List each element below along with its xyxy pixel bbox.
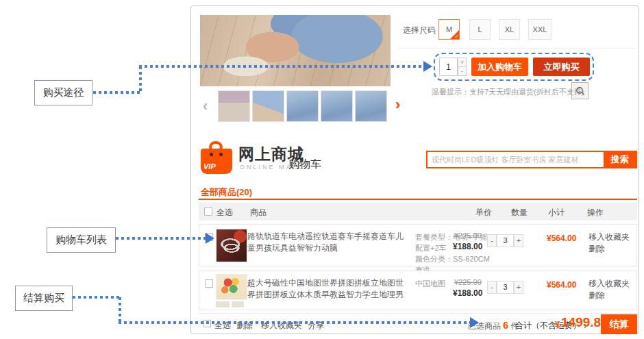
annotation-connector: [139, 66, 142, 94]
product-title[interactable]: 超大号磁性中国地图世界拼图拼板立地图世界拼图拼板立体木质早教益智力学生地理男: [247, 277, 410, 301]
header-quantity: 数量: [511, 207, 528, 218]
section-divider: [399, 48, 634, 49]
size-selector-label: 选择尺码：: [403, 25, 444, 36]
cart-table-header: 全选 商品 单价 数量 小计 操作: [199, 203, 637, 221]
return-policy-tip: 温馨提示：支持7天无理由退货(拆封后不支持): [432, 87, 584, 97]
row-qty-value[interactable]: 3: [497, 234, 514, 247]
original-price: ¥225.00: [454, 278, 482, 286]
header-unit-price: 单价: [475, 207, 492, 218]
bag-dot-icon: [219, 153, 223, 156]
annotation-purchase-path: 购买途径: [34, 80, 92, 105]
row-qty-increase-button[interactable]: +: [514, 234, 523, 247]
mall-logo-icon: VIP: [201, 141, 233, 174]
annotation-arrowhead: [206, 233, 214, 244]
header-select-all: 全选: [216, 207, 233, 218]
annotation-checkout-purchase: 结算购买: [15, 286, 73, 311]
delete-link[interactable]: 删除: [589, 243, 605, 255]
header-product: 商品: [250, 207, 267, 218]
quantity-increase-button[interactable]: +: [458, 58, 467, 67]
section-underline: [199, 199, 637, 200]
search-input[interactable]: [428, 152, 604, 167]
checkout-button[interactable]: 结算: [601, 314, 637, 334]
row-qty-decrease-button[interactable]: -: [487, 234, 497, 247]
search-bar: 搜索: [426, 151, 637, 168]
product-thumbnail[interactable]: [355, 90, 387, 122]
size-option-m[interactable]: M ✓: [438, 19, 460, 40]
current-price: ¥188.00: [453, 242, 482, 251]
product-title[interactable]: 路轨轨道车电动遥控轨道赛车手摇赛道车儿童男孩玩具益智智力动脑: [247, 231, 410, 254]
product-thumbnail[interactable]: [218, 90, 250, 122]
search-button[interactable]: 搜索: [604, 152, 636, 167]
move-to-favorites-link[interactable]: 移入收藏夹: [589, 278, 630, 290]
annotation-arrowhead: [470, 317, 479, 328]
product-thumbnail[interactable]: [252, 90, 284, 122]
map-piece-image: [216, 301, 230, 307]
row-qty-increase-button[interactable]: +: [514, 281, 523, 294]
annotation-arrowhead: [423, 61, 432, 72]
cart-row-track-toy: 路轨轨道车电动遥控轨道赛车手摇赛道车儿童男孩玩具益智智力动脑 套餐类型：电动+手…: [199, 224, 637, 266]
current-price: ¥188.00: [453, 288, 482, 298]
bag-body-icon: VIP: [201, 149, 232, 174]
original-price: ¥225.00: [454, 231, 482, 240]
track-toy-product-image[interactable]: [216, 229, 247, 262]
quantity-decrease-button[interactable]: -: [458, 66, 467, 76]
row-subtotal: ¥564.00: [547, 234, 576, 243]
vip-badge: VIP: [203, 162, 216, 171]
buy-now-button[interactable]: 立即购买: [533, 58, 590, 76]
row-checkbox[interactable]: [205, 279, 213, 288]
product-main-image[interactable]: [200, 15, 391, 86]
size-option-xxl[interactable]: XXL: [528, 19, 552, 40]
select-all-checkbox[interactable]: [204, 208, 212, 216]
row-qty-value[interactable]: 3: [497, 281, 514, 294]
annotation-connector: [116, 237, 206, 240]
bag-dot-icon: [210, 153, 213, 156]
size-option-l[interactable]: L: [469, 19, 491, 40]
annotation-connector: [119, 321, 470, 324]
annotation-connector: [73, 296, 121, 299]
annotation-connector: [93, 91, 141, 94]
annotation-cart-list: 购物车列表: [47, 227, 116, 253]
annotation-connector: [139, 65, 423, 68]
thumbnails-prev-arrow[interactable]: ‹: [203, 90, 208, 122]
thumbnails-next-arrow[interactable]: ›: [395, 89, 400, 121]
product-thumbnail[interactable]: [321, 90, 353, 122]
delete-link[interactable]: 删除: [589, 290, 605, 301]
annotation-connector: [119, 297, 121, 323]
row-qty-decrease-button[interactable]: -: [487, 281, 497, 294]
map-piece-image: [232, 301, 244, 307]
currency-symbol: ¥: [555, 319, 560, 329]
selected-count: 6: [503, 320, 508, 331]
size-option-xl[interactable]: XL: [499, 19, 520, 40]
add-to-cart-button[interactable]: 加入购物车: [471, 58, 528, 76]
cart-row-china-map: 超大号磁性中国地图世界拼图拼板立地图世界拼图拼板立体木质早教益智力学生地理男 中…: [199, 271, 637, 310]
header-subtotal: 小计: [548, 207, 565, 218]
china-map-product-image[interactable]: [216, 274, 247, 300]
product-thumbnail[interactable]: [286, 90, 319, 122]
page-title: 购物车: [288, 158, 321, 172]
row-subtotal: ¥564.00: [547, 280, 576, 290]
selected-check-icon: ✓: [454, 34, 459, 40]
quantity-input[interactable]: [439, 58, 458, 76]
move-to-favorites-link[interactable]: 移入收藏夹: [589, 231, 630, 243]
header-action: 操作: [587, 207, 604, 218]
cart-section-title: 全部商品(20): [201, 186, 252, 199]
